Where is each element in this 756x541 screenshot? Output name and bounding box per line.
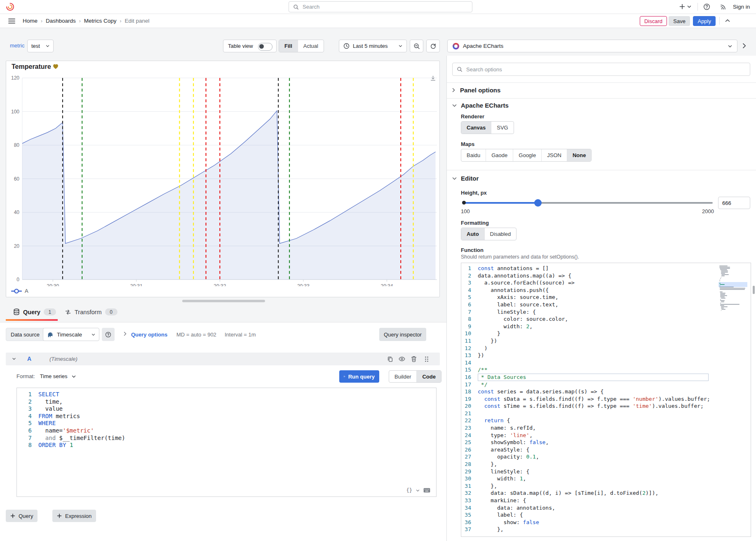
code-line[interactable]: 2data.annotations.map((a) => {: [461, 272, 751, 280]
menu-hamburger-icon[interactable]: [8, 18, 15, 24]
tab-query[interactable]: Query 1: [13, 308, 56, 315]
code-line[interactable]: 25 showSymbol: false,: [461, 439, 751, 446]
braces-icon[interactable]: {}: [406, 487, 412, 493]
code-line[interactable]: 3 value: [17, 405, 436, 413]
chevron-down-icon[interactable]: [416, 489, 420, 492]
section-panel-options[interactable]: Panel options: [452, 87, 500, 94]
code-line[interactable]: 20 const sTime = s.fields.find((f) => f.…: [461, 402, 751, 410]
drag-handle-icon[interactable]: [425, 356, 429, 362]
options-search[interactable]: [452, 63, 750, 76]
refresh-button[interactable]: [426, 40, 440, 52]
row-collapse-chevron-down-icon[interactable]: [12, 358, 16, 360]
table-view-toggle[interactable]: [258, 43, 272, 51]
code-line[interactable]: 35 label: {: [461, 511, 751, 519]
view-mode-option-actual[interactable]: Actual: [298, 40, 324, 52]
code-line[interactable]: 4 annotations.push({: [461, 287, 751, 294]
code-line[interactable]: 16 * Data Sources: [461, 374, 751, 381]
code-line[interactable]: 30 width: 1,: [461, 475, 751, 482]
code-line[interactable]: 5 xAxis: source.time,: [461, 294, 751, 301]
datasource-picker[interactable]: Timescale: [43, 328, 99, 341]
code-line[interactable]: 8 color: source.color,: [461, 315, 751, 323]
global-search[interactable]: [289, 1, 472, 12]
code-line[interactable]: 19 const sData = s.fields.find((f) => f.…: [461, 395, 751, 403]
grafana-logo[interactable]: [5, 2, 15, 12]
renderer-option-canvas[interactable]: Canvas: [461, 122, 491, 134]
code-line[interactable]: 18const series = data.series.map((s) => …: [461, 388, 751, 395]
editor-mode-option-code[interactable]: Code: [416, 371, 441, 382]
sign-in-link[interactable]: Sign in: [733, 4, 750, 10]
view-mode-option-fill[interactable]: Fill: [279, 40, 298, 52]
code-line[interactable]: 5WHERE: [17, 420, 436, 427]
add-query-button[interactable]: Query: [6, 510, 38, 522]
section-apache-echarts[interactable]: Apache ECharts: [452, 102, 509, 109]
code-line[interactable]: 24 type: 'line',: [461, 432, 751, 439]
run-query-button[interactable]: Run query: [339, 370, 379, 383]
hide-response-eye-icon[interactable]: [399, 356, 405, 362]
code-line[interactable]: 17 */: [461, 381, 751, 388]
search-input[interactable]: [302, 3, 468, 10]
height-slider-handle[interactable]: [534, 199, 542, 207]
section-editor[interactable]: Editor: [452, 175, 479, 182]
formatting-option-disabled[interactable]: Disabled: [484, 228, 517, 240]
chart-legend[interactable]: A: [11, 288, 28, 294]
code-line[interactable]: 13}): [461, 352, 751, 359]
code-line[interactable]: 21: [461, 410, 751, 417]
code-line[interactable]: 29 lineStyle: {: [461, 468, 751, 475]
code-line[interactable]: 7 lineStyle: {: [461, 308, 751, 316]
options-search-input[interactable]: [465, 66, 746, 73]
apply-button[interactable]: Apply: [693, 16, 716, 26]
maps-option-gaode[interactable]: Gaode: [486, 149, 513, 161]
code-line[interactable]: 11 }): [461, 337, 751, 345]
editor-mode-option-builder[interactable]: Builder: [389, 371, 416, 382]
code-line[interactable]: 31 },: [461, 482, 751, 490]
code-line[interactable]: 9 width: 2,: [461, 323, 751, 330]
code-line[interactable]: 1const annotations = []: [461, 265, 751, 272]
code-line[interactable]: 2 time,: [17, 398, 436, 406]
save-button[interactable]: Save: [669, 16, 690, 26]
renderer-option-svg[interactable]: SVG: [491, 122, 513, 134]
code-line[interactable]: 22 return {: [461, 417, 751, 424]
function-code-editor[interactable]: 1const annotations = []2data.annotations…: [461, 263, 751, 537]
add-chevron-down-icon[interactable]: [687, 5, 691, 8]
maps-option-json[interactable]: JSON: [541, 149, 567, 161]
collapse-options-chevron-right-icon[interactable]: [742, 43, 746, 49]
code-line[interactable]: 6 name='$metric': [17, 427, 436, 435]
time-range-picker[interactable]: Last 5 minutes: [339, 40, 407, 52]
timeseries-chart[interactable]: 02040608010012020:3020:3120:3220:3320:34: [6, 61, 439, 286]
query-options-chevron-right-icon[interactable]: [124, 332, 127, 336]
code-line[interactable]: 14: [461, 359, 751, 367]
keyboard-icon[interactable]: [423, 488, 430, 493]
query-inspector-button[interactable]: Query inspector: [379, 328, 426, 341]
code-line[interactable]: 23 name: s.refId,: [461, 424, 751, 432]
discard-button[interactable]: Discard: [640, 16, 667, 26]
help-icon[interactable]: [703, 3, 710, 10]
query-row-header[interactable]: A (Timescale): [6, 353, 440, 365]
variable-value-dropdown[interactable]: test: [27, 40, 54, 52]
duplicate-query-icon[interactable]: [387, 356, 393, 362]
datasource-help-button[interactable]: [102, 328, 115, 341]
code-line[interactable]: 34 data: annotations,: [461, 504, 751, 512]
query-options-toggle[interactable]: Query options: [131, 332, 167, 338]
delete-query-trash-icon[interactable]: [411, 356, 417, 362]
format-select[interactable]: Time series: [40, 373, 76, 379]
breadcrumb-item-metrics-copy[interactable]: Metrics Copy: [84, 18, 117, 24]
code-line[interactable]: 3 a.source.forEach((source) =>: [461, 279, 751, 287]
code-line[interactable]: 28 },: [461, 461, 751, 468]
code-line[interactable]: 37 },: [461, 526, 751, 533]
code-minimap[interactable]: [718, 263, 747, 536]
code-line[interactable]: 27 opacity: 0.1,: [461, 453, 751, 461]
code-line[interactable]: 36 show: false: [461, 519, 751, 526]
code-line[interactable]: 4FROM metrics: [17, 413, 436, 420]
panel-scrollbar[interactable]: [182, 300, 265, 302]
code-line[interactable]: 12 ): [461, 345, 751, 352]
add-icon[interactable]: [679, 3, 686, 10]
add-expression-button[interactable]: Expression: [52, 510, 96, 522]
code-line[interactable]: 6 label: source.text,: [461, 301, 751, 308]
code-line[interactable]: 26 areaStyle: {: [461, 446, 751, 454]
maps-option-baidu[interactable]: Baidu: [461, 149, 486, 161]
panel-type-select[interactable]: Apache ECharts: [447, 40, 737, 52]
code-line[interactable]: 10 }: [461, 330, 751, 337]
code-line[interactable]: 33 markLine: {: [461, 497, 751, 504]
code-line[interactable]: 7 and $__timeFilter(time): [17, 435, 436, 442]
query-ref-id[interactable]: A: [27, 355, 31, 362]
